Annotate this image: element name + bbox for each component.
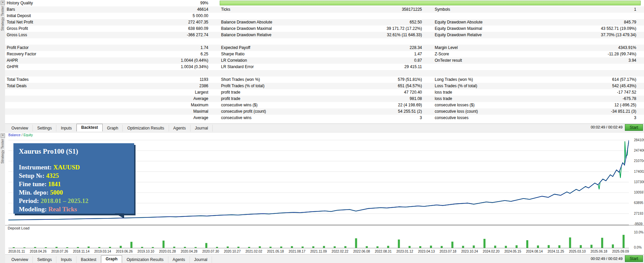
start-button[interactable]: Start xyxy=(625,255,643,262)
report-row[interactable]: GHPR1.0034 (0.34%)LR Standard Error29 41… xyxy=(5,64,644,70)
report-row[interactable]: Gross Loss-366 272.74Balance Drawdown Re… xyxy=(5,32,644,38)
report-row[interactable]: Total Deals2386Profit Trades (% of total… xyxy=(5,83,644,89)
report-label: Equity Drawdown Maximal xyxy=(435,25,534,32)
report-row[interactable]: AHPR1.0044 (0.44%)LR Correlation0.87OnTe… xyxy=(5,57,644,64)
report-value: 651 (54.57%) xyxy=(324,83,422,89)
x-axis-date: 2023.01.12 xyxy=(396,250,413,253)
report-value: 3 xyxy=(324,115,422,121)
report-label: consecutive profit (count) xyxy=(221,108,322,115)
report-value: 358171225 xyxy=(324,6,422,13)
report-label: AHPR xyxy=(7,57,104,64)
report-value: -34 851.21 (3) xyxy=(535,108,636,115)
report-value: 614 (57.17%) xyxy=(535,76,636,83)
x-axis-date: 2020.10.27 xyxy=(224,250,240,253)
panel-titlebar-vertical: × Strategy Tester xyxy=(0,133,5,263)
report-label: Balance Drawdown Maximal xyxy=(221,25,322,32)
report-value: 638 680.09 xyxy=(106,25,208,32)
report-value: 228.34 xyxy=(324,45,422,51)
tab-agents[interactable]: Agents xyxy=(169,125,191,132)
report-label: Total Trades xyxy=(7,76,104,83)
x-axis-date: 2021.11.09 xyxy=(310,250,327,253)
tab-backtest[interactable]: Backtest xyxy=(76,256,101,263)
y-axis-label: 63895 xyxy=(634,201,643,205)
report-value: 54 255.51 (2) xyxy=(324,108,422,115)
report-label: Equity Drawdown Absolute xyxy=(435,19,534,25)
tab-optimization-results[interactable]: Optimization Results xyxy=(123,125,169,132)
x-axis-date: 2024.08.14 xyxy=(526,250,543,253)
x-axis-date: 2022.06.08 xyxy=(353,250,370,253)
info-label: Modeling: xyxy=(19,206,48,213)
tab-graph[interactable]: Graph xyxy=(103,125,123,132)
report-row[interactable]: Maximalconsecutive profit (count)54 255.… xyxy=(5,108,644,115)
report-value: 6.25 xyxy=(106,51,208,57)
x-axis-date: 2019.06.26 xyxy=(116,250,132,253)
tab-optimization-results[interactable]: Optimization Results xyxy=(122,256,168,263)
report-value: 3 xyxy=(535,115,636,121)
info-line: Fine tune: 1841 xyxy=(19,180,129,188)
report-row[interactable]: Total Trades1193Short Trades (won %)579 … xyxy=(5,76,644,83)
report-row[interactable]: Profit Factor1.74Expected Payoff228.34Ma… xyxy=(5,45,644,51)
report-row[interactable]: Recovery Factor6.25Sharpe Ratio1.47Z-Sco… xyxy=(5,51,644,57)
report-value: 5 000.00 xyxy=(106,13,208,19)
tab-settings[interactable]: Settings xyxy=(33,256,56,263)
report-label: loss trade xyxy=(435,89,534,96)
tab-inputs[interactable]: Inputs xyxy=(56,256,76,263)
tab-overview[interactable]: Overview xyxy=(7,256,33,263)
report-row[interactable] xyxy=(5,70,644,76)
report-value: 2386 xyxy=(106,83,208,89)
report-row[interactable]: Initial Deposit5 000.00 xyxy=(5,13,644,19)
chart-legend: Balance/Equity xyxy=(8,133,33,137)
legend-balance: Balance xyxy=(8,133,20,137)
x-axis-date: 2022.02.22 xyxy=(332,250,348,253)
y-axis-label: 210704 xyxy=(634,159,644,163)
backtest-results-panel: × Strategy Tester History Quality 99% Ba… xyxy=(0,0,644,132)
tab-settings[interactable]: Settings xyxy=(33,125,56,132)
report-label: loss trade xyxy=(435,96,534,102)
tab-overview[interactable]: Overview xyxy=(7,125,33,132)
info-value: Real Ticks xyxy=(48,206,77,213)
report-row[interactable] xyxy=(5,38,644,45)
info-value: 1841 xyxy=(48,180,61,188)
report-value: Maximum xyxy=(106,102,208,108)
x-axis-date: 2020.01.28 xyxy=(159,250,176,253)
x-axis-date: 2020.07.30 xyxy=(202,250,219,253)
report-row[interactable]: Total Net Profit272 407.35Balance Drawdo… xyxy=(5,19,644,25)
report-value: 579 (51.81%) xyxy=(324,76,422,83)
report-row[interactable]: Bars46614Ticks358171225Symbols1 xyxy=(5,6,644,13)
report-label: Z-Score xyxy=(435,51,534,57)
graph-panel: × Strategy Tester Balance/Equity 2841092… xyxy=(0,133,644,263)
report-label: consecutive wins ($) xyxy=(221,102,322,108)
report-row[interactable]: Maximumconsecutive wins ($)22 (4 198.69)… xyxy=(5,102,644,108)
report-label: profit trade xyxy=(221,89,322,96)
report-row[interactable]: Gross Profit638 680.09Balance Drawdown M… xyxy=(5,25,644,32)
report-value: 845.79 xyxy=(535,19,636,25)
tab-graph[interactable]: Graph xyxy=(101,255,122,263)
report-label: Ticks xyxy=(221,6,322,13)
x-axis-date: 2021.02.02 xyxy=(246,250,262,253)
report-label: OnTester result xyxy=(435,57,534,64)
info-value: 2018.01 – 2025.12 xyxy=(41,197,89,204)
x-axis-date: 2025.06.18 xyxy=(591,250,607,253)
legend-equity: Equity xyxy=(23,133,33,137)
tab-backtest[interactable]: Backtest xyxy=(76,124,103,132)
strategy-tester-window: × Strategy Tester History Quality 99% Ba… xyxy=(0,0,644,263)
tab-inputs[interactable]: Inputs xyxy=(56,125,76,132)
report-value: 39 171.72 (17.22%) xyxy=(324,25,422,32)
report-value: Average xyxy=(106,115,208,121)
report-row[interactable]: Averageprofit trade981.08loss trade-675.… xyxy=(5,96,644,102)
start-button[interactable]: Start xyxy=(625,124,643,131)
report-value: 1193 xyxy=(106,76,208,83)
report-row[interactable]: Averageconsecutive wins3consecutive loss… xyxy=(5,115,644,121)
top-tab-bar: OverviewSettingsInputsBacktestGraphOptim… xyxy=(5,123,644,132)
history-quality-row[interactable]: History Quality 99% xyxy=(5,0,644,6)
close-icon[interactable]: × xyxy=(1,134,5,138)
report-value: 1 xyxy=(535,6,636,13)
tab-journal[interactable]: Journal xyxy=(190,256,212,263)
info-label: Min. depo: xyxy=(19,189,50,196)
close-icon[interactable]: × xyxy=(1,1,5,5)
tab-journal[interactable]: Journal xyxy=(191,125,213,132)
report-row[interactable]: Largestprofit trade47 720.40loss trade-1… xyxy=(5,89,644,96)
deposit-load-chart[interactable] xyxy=(8,229,629,248)
tab-agents[interactable]: Agents xyxy=(168,256,190,263)
bottom-tab-bar: OverviewSettingsInputsBacktestGraphOptim… xyxy=(5,254,644,263)
